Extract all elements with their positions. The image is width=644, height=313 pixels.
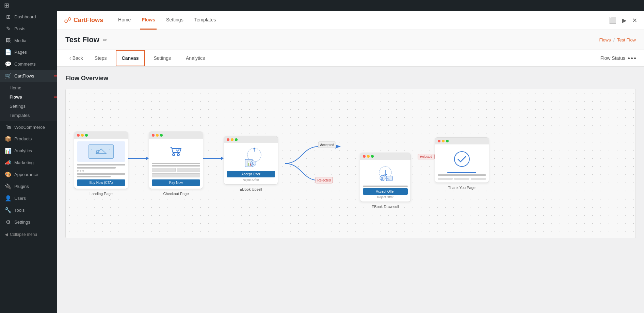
dot-red bbox=[227, 138, 229, 141]
node-downsell-wrapper: $ 🏷 Accept Offer Reject Offer EBook Down… bbox=[360, 153, 411, 209]
checkout-label: Checkout Page bbox=[163, 192, 189, 196]
thankyou-line1 bbox=[438, 174, 486, 176]
sidebar-sub-settings[interactable]: Settings bbox=[0, 102, 57, 111]
node-upsell: 📊 $ Accept Offer Reject Offer EBook Upse… bbox=[224, 136, 278, 191]
arrow-2 bbox=[203, 157, 224, 160]
dot-yellow bbox=[81, 134, 84, 137]
sidebar-item-analytics[interactable]: 📊 Analytics bbox=[0, 145, 57, 157]
dot-yellow bbox=[156, 134, 159, 137]
downsell-reject-link[interactable]: Reject Offer bbox=[363, 195, 408, 199]
dot-green bbox=[446, 140, 449, 142]
downsell-body: $ 🏷 Accept Offer Reject Offer bbox=[360, 160, 410, 202]
video-icon[interactable]: ▶ bbox=[622, 17, 627, 24]
landing-titlebar bbox=[74, 132, 128, 139]
node-thankyou: Thank You Page bbox=[435, 137, 489, 190]
tab-canvas[interactable]: Canvas bbox=[116, 50, 145, 66]
page-header: Test Flow ✏ Flows / Test Flow bbox=[57, 30, 644, 50]
upsell-body: 📊 $ Accept Offer Reject Offer bbox=[224, 143, 278, 184]
tab-settings[interactable]: Settings bbox=[147, 50, 177, 66]
sidebar-item-dashboard[interactable]: ⊞ Dashboard bbox=[0, 11, 57, 23]
thankyou-titlebar bbox=[435, 138, 489, 144]
upsell-reject-link[interactable]: Reject Offer bbox=[227, 178, 275, 181]
brand: ☍ CartFlows bbox=[64, 16, 103, 25]
collapse-menu[interactable]: ◀ Collapse menu bbox=[0, 228, 57, 241]
sidebar-item-pages[interactable]: 📄 Pages bbox=[0, 46, 57, 58]
checkout-titlebar bbox=[149, 132, 203, 139]
dot3 bbox=[634, 57, 636, 59]
sidebar-item-media[interactable]: 🖼 Media bbox=[0, 35, 57, 46]
svg-text:‹: ‹ bbox=[91, 148, 92, 151]
dot-green bbox=[235, 138, 238, 141]
main-content: ☍ CartFlows Home Flows Settings Template… bbox=[57, 0, 644, 313]
sidebar-item-cartflows[interactable]: 🛒 CartFlows bbox=[0, 70, 57, 82]
sidebar-item-appearance[interactable]: 🎨 Appearance bbox=[0, 169, 57, 180]
products-icon: 📦 bbox=[5, 136, 12, 142]
checkout-btn[interactable]: Pay Now bbox=[152, 179, 200, 186]
thankyou-svg bbox=[450, 149, 474, 169]
tools-icon: 🔧 bbox=[5, 207, 12, 213]
woocommerce-icon: 🛍 bbox=[5, 124, 12, 130]
svg-text:›: › bbox=[109, 148, 110, 151]
upsell-titlebar bbox=[224, 136, 278, 143]
admin-bar: ⊞ bbox=[0, 0, 644, 11]
sidebar-item-settings[interactable]: ⚙ Settings bbox=[0, 216, 57, 228]
nav-settings[interactable]: Settings bbox=[165, 11, 185, 30]
checkout-page-card[interactable]: Pay Now bbox=[149, 132, 203, 189]
nav-home[interactable]: Home bbox=[117, 11, 132, 30]
sidebar-item-woocommerce[interactable]: 🛍 WooCommerce bbox=[0, 121, 57, 133]
sidebar-sub-templates[interactable]: Templates bbox=[0, 111, 57, 120]
downsell-card[interactable]: $ 🏷 Accept Offer Reject Offer bbox=[360, 153, 411, 202]
landing-page-card[interactable]: ‹ › bbox=[74, 132, 128, 189]
downsell-accept-btn[interactable]: Accept Offer bbox=[363, 188, 408, 195]
downsell-label: EBook Downsell bbox=[372, 205, 399, 209]
sidebar-item-products[interactable]: 📦 Products bbox=[0, 133, 57, 145]
posts-icon: ✎ bbox=[5, 25, 12, 32]
downsell-svg: $ 🏷 bbox=[372, 163, 399, 184]
flow-status[interactable]: Flow Status bbox=[600, 55, 636, 61]
dot-red bbox=[152, 134, 155, 137]
back-arrow-icon: ‹ bbox=[69, 55, 71, 61]
tablet-icon[interactable]: ⬜ bbox=[609, 17, 616, 24]
sidebar-item-users[interactable]: 👤 Users bbox=[0, 192, 57, 204]
checkout-form-long bbox=[152, 173, 200, 177]
settings-icon: ⚙ bbox=[5, 219, 12, 225]
tab-back[interactable]: ‹ Back bbox=[65, 51, 87, 66]
checkout-line2 bbox=[152, 165, 200, 167]
edit-title-icon[interactable]: ✏ bbox=[103, 37, 107, 43]
flow-status-dots bbox=[628, 57, 636, 59]
upsell-accept-btn[interactable]: Accept Offer bbox=[227, 171, 275, 177]
upsell-image: 📊 $ bbox=[227, 146, 275, 170]
sidebar-item-marketing[interactable]: 📣 Marketing bbox=[0, 157, 57, 169]
sidebar-item-posts[interactable]: ✎ Posts bbox=[0, 23, 57, 35]
arrow-line-2 bbox=[203, 158, 221, 159]
nav-icons: ⬜ ▶ ✕ bbox=[609, 17, 637, 24]
sidebar-item-tools[interactable]: 🔧 Tools bbox=[0, 204, 57, 216]
arrow-head-1 bbox=[146, 157, 149, 160]
nav-templates[interactable]: Templates bbox=[193, 11, 218, 30]
sidebar-sub-flows[interactable]: Flows bbox=[0, 92, 57, 102]
landing-line4 bbox=[77, 176, 111, 177]
plugins-icon: 🔌 bbox=[5, 183, 12, 190]
upsell-card[interactable]: 📊 $ Accept Offer Reject Offer bbox=[224, 136, 278, 185]
brand-name: CartFlows bbox=[74, 17, 103, 24]
tab-analytics[interactable]: Analytics bbox=[180, 50, 211, 66]
flow-overview-title: Flow Overview bbox=[65, 75, 636, 82]
landing-btn[interactable]: Buy Now (CTA) bbox=[77, 179, 125, 186]
tab-steps[interactable]: Steps bbox=[88, 50, 113, 66]
checkout-body: Pay Now bbox=[149, 139, 203, 189]
breadcrumb-current: Test Flow bbox=[617, 37, 636, 42]
help-icon[interactable]: ✕ bbox=[632, 17, 637, 24]
marketing-icon: 📣 bbox=[5, 159, 12, 166]
sidebar-item-comments[interactable]: 💬 Comments bbox=[0, 58, 57, 70]
sidebar-item-plugins[interactable]: 🔌 Plugins bbox=[0, 180, 57, 192]
landing-dots bbox=[77, 170, 125, 172]
svg-point-21 bbox=[454, 152, 469, 167]
page-title: Test Flow bbox=[65, 35, 99, 44]
landing-label: Landing Page bbox=[90, 192, 113, 196]
thankyou-body bbox=[435, 144, 489, 182]
breadcrumb-parent[interactable]: Flows bbox=[599, 37, 611, 42]
thankyou-card[interactable] bbox=[435, 137, 489, 183]
sidebar-sub-home[interactable]: Home bbox=[0, 83, 57, 92]
wp-logo-icon: ⊞ bbox=[4, 2, 9, 9]
nav-flows[interactable]: Flows bbox=[140, 11, 157, 30]
